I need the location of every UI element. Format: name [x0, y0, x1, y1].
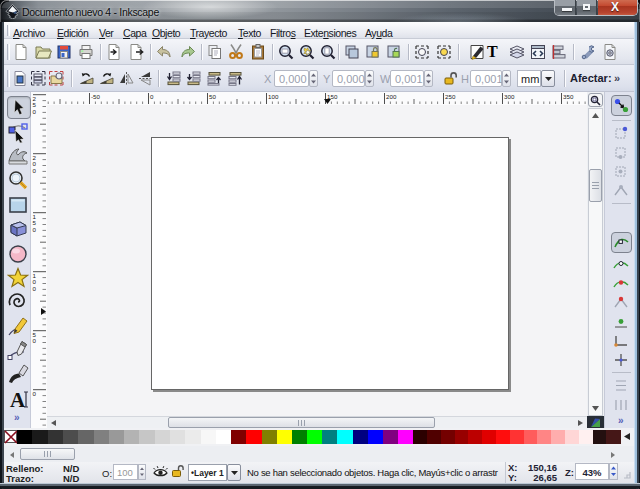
svg-text:0: 0	[33, 226, 37, 233]
svg-text:350: 350	[563, 93, 574, 100]
svg-text:250: 250	[445, 93, 456, 100]
svg-text:A: A	[10, 388, 26, 410]
svg-text:300: 300	[504, 93, 515, 100]
svg-text:0: 0	[150, 93, 154, 100]
svg-text:150: 150	[327, 93, 338, 100]
svg-text:50: 50	[209, 93, 216, 100]
svg-text:0: 0	[33, 108, 37, 115]
svg-text:0: 0	[33, 285, 37, 292]
svg-text:-50: -50	[91, 93, 101, 100]
svg-text:100: 100	[268, 93, 279, 100]
svg-text:0: 0	[33, 167, 37, 174]
svg-text:0: 0	[33, 337, 37, 344]
svg-text:0: 0	[33, 390, 37, 397]
svg-text:200: 200	[386, 93, 397, 100]
